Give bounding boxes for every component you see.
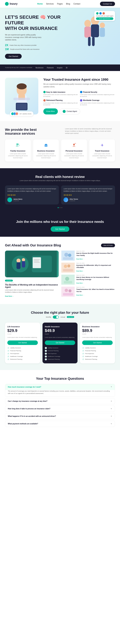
dot-2[interactable] <box>59 207 61 208</box>
blog-side-title-2: Insurance for Millennials: Why it's Impo… <box>76 264 115 268</box>
blog-main-date: March 12, 2024 <box>5 282 59 284</box>
blog-side-title-3: How to Save Money on Car Insurance Witho… <box>76 276 115 280</box>
pricing-section: Choose the right plan for your future Mo… <box>0 304 120 370</box>
faq-question-1[interactable]: How much insurance coverage do I need? ▲ <box>5 384 115 390</box>
faq-question-3[interactable]: How long does it take to process an insu… <box>5 406 115 412</box>
reviewer-role-1: Customer <box>13 200 22 202</box>
pricing-title: Choose the right plan for your future <box>5 311 115 314</box>
blog-side-title-1: How to Choose the Right Health Insurance… <box>76 252 115 256</box>
view-all-posts-button[interactable]: View All Posts <box>101 244 115 247</box>
svg-rect-12 <box>13 98 30 100</box>
consult-avatars <box>96 12 113 15</box>
nav-services[interactable]: Services <box>46 3 54 5</box>
blog-side-img-2 <box>61 262 75 273</box>
contact-icon <box>63 110 66 113</box>
svg-point-27 <box>16 258 20 262</box>
svg-point-17 <box>16 144 18 145</box>
save-badge: Save 20% <box>67 316 74 318</box>
review-card-1: Lorem ipsum dolor sit amet consectetur a… <box>5 186 59 204</box>
trusted-label: Trusted by the top 100+ companies worldw… <box>5 67 32 68</box>
services-desc: Lorem ipsum dolor sit amet consectetur a… <box>65 128 115 135</box>
faq-item-1: How much insurance coverage do I need? ▲… <box>5 384 115 397</box>
blog-side-readmore-3[interactable]: Read More → <box>76 282 84 284</box>
retirement-icon <box>43 99 46 102</box>
feature-financial-security: Financial Security Lorem ipsum dolor sit… <box>80 91 115 98</box>
blog-side-readmore-4[interactable]: Read More → <box>76 294 84 296</box>
svg-point-29 <box>22 258 25 262</box>
svg-point-36 <box>64 253 68 257</box>
feature-li: ✓Liability Insurance <box>82 347 113 349</box>
faq-question-4[interactable]: What happens if I'm in an accident with … <box>5 413 115 419</box>
plan-business-price: $89.9 <box>82 328 113 333</box>
stat-1m: 1M People around the future who use insu… <box>5 48 68 51</box>
review-text-1: Lorem ipsum dolor sit amet consectetur a… <box>7 188 56 192</box>
plan-health-button[interactable]: Get Started <box>45 340 75 345</box>
check-icon: ✓ <box>7 358 9 360</box>
blog-main-post: Insurance March 12, 2024 The Benefits of… <box>5 250 59 297</box>
faq-question-5[interactable]: What payment methods are available? ▼ <box>5 421 115 427</box>
blog-main-readmore[interactable]: Read More → <box>5 295 14 297</box>
chevron-down-icon: ▼ <box>111 423 112 425</box>
travel-insurance-desc: Lorem ipsum dolor sit amet consectetur a… <box>91 153 113 159</box>
clients-badge: 1M+ satisfied clients <box>10 112 33 116</box>
svg-rect-21 <box>45 146 47 146</box>
services-header: We provide the best insurance services L… <box>5 128 115 136</box>
know-more-button[interactable]: Know More <box>43 108 58 114</box>
nav-pages[interactable]: Pages <box>57 3 63 5</box>
blog-side-title-4: Travel Insurance 101: What You Need to K… <box>76 288 115 292</box>
dot-1[interactable] <box>58 207 59 208</box>
nav-home[interactable]: Home <box>37 3 43 5</box>
contact-us-button[interactable]: Contact Us <box>100 2 115 6</box>
blog-side-readmore-2[interactable]: Read More → <box>76 270 84 272</box>
family-insurance-icon <box>15 142 21 148</box>
book-appointment-button[interactable]: Book Appointment <box>96 17 113 20</box>
nav-contact[interactable]: Contact <box>73 3 80 5</box>
faq-section: Your Top Insurance Questions How much in… <box>0 370 120 435</box>
dot-3[interactable] <box>61 207 62 208</box>
badge-avatar-3 <box>15 112 18 115</box>
blog-layout: Insurance March 12, 2024 The Benefits of… <box>5 250 115 297</box>
plan-business-period: /month <box>82 333 113 335</box>
stat-2x: 2X Faster than any other insurance provi… <box>5 44 68 47</box>
check-icon: ✓ <box>82 350 84 352</box>
hero-cta-button[interactable]: Get Started <box>5 54 22 59</box>
svg-point-48 <box>69 289 72 292</box>
billing-toggle[interactable] <box>53 316 59 318</box>
service-business: Business Insurance Lorem ipsum dolor sit… <box>33 140 59 162</box>
plan-life-button[interactable]: Get Started <box>7 340 38 345</box>
review-stars-2: ★★★★★ <box>64 194 113 196</box>
badge-avatars <box>12 112 18 115</box>
cta-button[interactable]: Get Started <box>51 226 69 232</box>
reviewer-name-1: James Barry <box>13 198 22 200</box>
blog-side-content-2: March 16, 2024 Insurance for Millennials… <box>76 262 115 272</box>
check-icon: ✓ <box>45 358 47 360</box>
plan-business-button[interactable]: Get Started <box>82 340 113 345</box>
cta-section: Join the millions who trust us for their… <box>0 215 120 237</box>
reviews-desc: Lorem ipsum dolor sit amet consectetur a… <box>5 180 115 182</box>
blog-side-img-1 <box>61 250 75 260</box>
agent-buttons: Know More Contact Agent <box>43 108 115 114</box>
reviews-section: Real clients with honest review Lorem ip… <box>0 168 120 215</box>
plan-health-features: ✓Liability Insurance ✓Financial Planning… <box>45 347 75 360</box>
faq-question-2[interactable]: Can I change my insurance coverage at an… <box>5 398 115 404</box>
svg-rect-32 <box>34 259 40 260</box>
check-icon: ✓ <box>82 347 84 349</box>
blog-side-readmore-1[interactable]: Read More → <box>76 258 84 260</box>
svg-rect-20 <box>45 144 47 145</box>
faq-item-4: What happens if I'm in an accident with … <box>5 413 115 419</box>
review-card-2: Lorem ipsum dolor sit amet consectetur a… <box>61 186 115 204</box>
blog-side-content-4: March 10, 2024 Travel Insurance 101: Wha… <box>76 287 115 296</box>
blog-side-item-4: March 10, 2024 Travel Insurance 101: Wha… <box>61 287 115 297</box>
plan-life-desc: Lorem ipsum dolor sit amet consectetur a… <box>7 336 38 338</box>
nav-blog[interactable]: Blog <box>66 3 70 5</box>
feature-li: ✓Liability Insurance <box>7 347 38 349</box>
contact-agent-button[interactable]: Contact Agent <box>59 108 80 114</box>
blog-main-image <box>5 250 59 277</box>
blog-side-date-3: March 14, 2024 <box>76 275 115 276</box>
plan-life-price: $29.9 <box>7 328 38 333</box>
svg-rect-6 <box>100 28 105 37</box>
worldwide-icon <box>80 99 82 102</box>
svg-point-18 <box>18 144 19 145</box>
plan-health-desc: Lorem ipsum dolor sit amet consectetur a… <box>45 336 75 338</box>
svg-rect-45 <box>64 281 72 284</box>
